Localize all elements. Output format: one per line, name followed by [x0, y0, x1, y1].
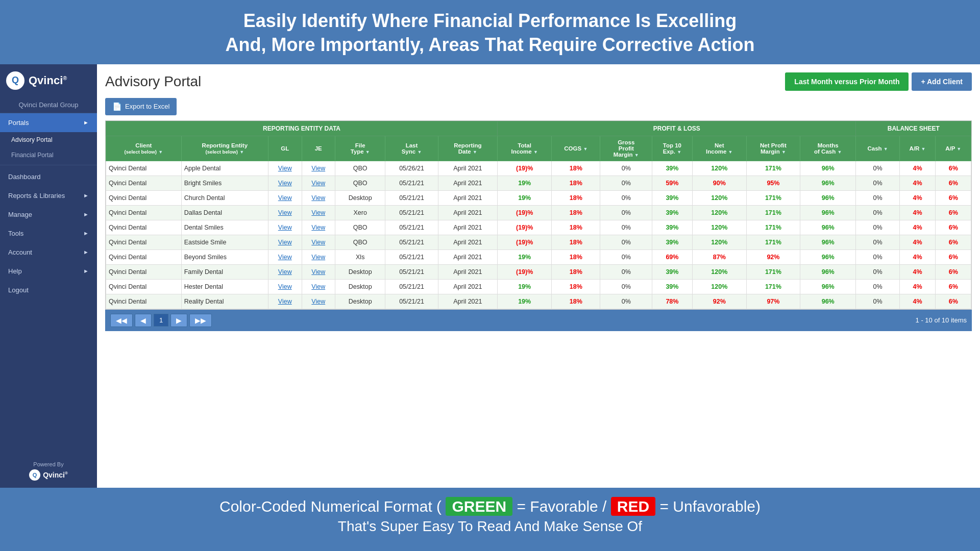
group-pnl: PROFIT & LOSS — [498, 121, 856, 136]
col-gl[interactable]: GL — [268, 136, 302, 161]
col-reporting-entity[interactable]: Reporting Entity(select below) ▼ — [181, 136, 268, 161]
cell-ar: 4% — [899, 235, 936, 249]
sidebar-item-advisory-portal[interactable]: Advisory Portal — [0, 132, 97, 147]
col-top10exp[interactable]: Top 10Exp. ▼ — [652, 136, 693, 161]
next-page-button[interactable]: ▶ — [170, 314, 187, 327]
reports-label: Reports & Libraries — [8, 192, 65, 199]
cell-months-cash: 96% — [800, 249, 856, 264]
cell-ar: 4% — [899, 205, 936, 220]
cell-je[interactable]: View — [302, 176, 335, 190]
sidebar-item-manage[interactable]: Manage ► — [0, 205, 97, 224]
cell-gl[interactable]: View — [268, 161, 302, 176]
cell-cogs: 18% — [552, 205, 600, 220]
col-months-cash[interactable]: Monthsof Cash ▼ — [800, 136, 856, 161]
export-icon: 📄 — [112, 102, 122, 111]
sidebar-item-dashboard[interactable]: Dashboard — [0, 167, 97, 186]
cell-ar: 4% — [899, 220, 936, 235]
cell-gl[interactable]: View — [268, 190, 302, 205]
col-net-income[interactable]: NetIncome ▼ — [692, 136, 746, 161]
col-ap[interactable]: A/P ▼ — [936, 136, 971, 161]
cell-gl[interactable]: View — [268, 264, 302, 279]
cell-total-income: (19)% — [498, 235, 552, 249]
cell-top10exp: 39% — [652, 235, 693, 249]
cell-gl[interactable]: View — [268, 176, 302, 190]
col-gross-profit[interactable]: GrossProfitMargin ▼ — [600, 136, 652, 161]
cell-net-profit-margin: 97% — [746, 294, 800, 309]
col-total-income[interactable]: TotalIncome ▼ — [498, 136, 552, 161]
sidebar-item-logout[interactable]: Logout — [0, 281, 97, 299]
cell-gl[interactable]: View — [268, 220, 302, 235]
cell-ap: 6% — [936, 264, 971, 279]
first-page-button[interactable]: ◀◀ — [110, 314, 133, 327]
cell-je[interactable]: View — [302, 190, 335, 205]
cell-months-cash: 96% — [800, 161, 856, 176]
col-cogs[interactable]: COGS ▼ — [552, 136, 600, 161]
sidebar-item-tools[interactable]: Tools ► — [0, 224, 97, 243]
cell-je[interactable]: View — [302, 294, 335, 309]
table-container: REPORTING ENTITY DATA PROFIT & LOSS BALA… — [105, 120, 972, 310]
col-net-profit-margin[interactable]: Net ProfitMargin ▼ — [746, 136, 800, 161]
logo-icon: Q — [6, 71, 24, 90]
cell-reporting-date: April 2021 — [438, 279, 497, 294]
cell-net-profit-margin: 171% — [746, 264, 800, 279]
cell-entity: Family Dental — [181, 264, 268, 279]
cell-net-profit-margin: 171% — [746, 161, 800, 176]
export-label: Export to Excel — [125, 103, 169, 110]
cell-cash: 0% — [856, 161, 899, 176]
col-ar[interactable]: A/R ▼ — [899, 136, 936, 161]
cell-gl[interactable]: View — [268, 205, 302, 220]
cell-gl[interactable]: View — [268, 279, 302, 294]
last-page-button[interactable]: ▶▶ — [189, 314, 212, 327]
cell-last-sync: 05/26/21 — [385, 161, 438, 176]
cell-total-income: 19% — [498, 190, 552, 205]
cell-je[interactable]: View — [302, 161, 335, 176]
table-row: Qvinci Dental Apple Dental View View QBO… — [106, 161, 971, 176]
sidebar-item-portals[interactable]: Portals ► — [0, 113, 97, 132]
pagination-bar: ◀◀ ◀ 1 ▶ ▶▶ 1 - 10 of 10 items — [105, 310, 972, 331]
financial-portal-label: Financial Portal — [11, 152, 54, 159]
col-reporting-date[interactable]: ReportingDate ▼ — [438, 136, 497, 161]
sidebar-item-help[interactable]: Help ► — [0, 262, 97, 281]
cell-total-income: 19% — [498, 176, 552, 190]
cell-last-sync: 05/21/21 — [385, 235, 438, 249]
cell-ap: 6% — [936, 190, 971, 205]
cell-reporting-date: April 2021 — [438, 220, 497, 235]
cell-je[interactable]: View — [302, 249, 335, 264]
cell-gl[interactable]: View — [268, 249, 302, 264]
cell-gross-profit: 0% — [600, 190, 652, 205]
col-client[interactable]: Client(select below) ▼ — [106, 136, 182, 161]
col-file-type[interactable]: FileType ▼ — [335, 136, 385, 161]
cell-months-cash: 96% — [800, 264, 856, 279]
cell-gl[interactable]: View — [268, 294, 302, 309]
sidebar-item-financial-portal[interactable]: Financial Portal — [0, 147, 97, 163]
cell-net-profit-margin: 171% — [746, 220, 800, 235]
cell-gross-profit: 0% — [600, 249, 652, 264]
cell-client: Qvinci Dental — [106, 190, 182, 205]
cell-je[interactable]: View — [302, 235, 335, 249]
page-title: Advisory Portal — [105, 73, 201, 90]
export-button[interactable]: 📄 Export to Excel — [105, 98, 177, 115]
cell-net-profit-margin: 171% — [746, 205, 800, 220]
powered-by-logo: Q Qvinci® — [7, 469, 90, 481]
cell-ar: 4% — [899, 264, 936, 279]
cell-je[interactable]: View — [302, 279, 335, 294]
cell-cash: 0% — [856, 294, 899, 309]
cell-gl[interactable]: View — [268, 235, 302, 249]
prev-page-button[interactable]: ◀ — [135, 314, 152, 327]
cell-cash: 0% — [856, 279, 899, 294]
cell-je[interactable]: View — [302, 205, 335, 220]
cell-je[interactable]: View — [302, 220, 335, 235]
comparison-button[interactable]: Last Month versus Prior Month — [785, 72, 909, 91]
add-client-button[interactable]: + Add Client — [912, 72, 972, 91]
cell-entity: Eastside Smile — [181, 235, 268, 249]
sidebar-group-name: Qvinci Dental Group — [0, 97, 97, 113]
col-je[interactable]: JE — [302, 136, 335, 161]
top-banner-title: Easily Identify Where Financial Performa… — [10, 9, 970, 57]
col-cash[interactable]: Cash ▼ — [856, 136, 899, 161]
table-row: Qvinci Dental Beyond Smiles View View Xl… — [106, 249, 971, 264]
col-last-sync[interactable]: LastSync ▼ — [385, 136, 438, 161]
sidebar-item-reports[interactable]: Reports & Libraries ► — [0, 186, 97, 205]
cell-je[interactable]: View — [302, 264, 335, 279]
sidebar-item-account[interactable]: Account ► — [0, 243, 97, 262]
cell-reporting-date: April 2021 — [438, 205, 497, 220]
